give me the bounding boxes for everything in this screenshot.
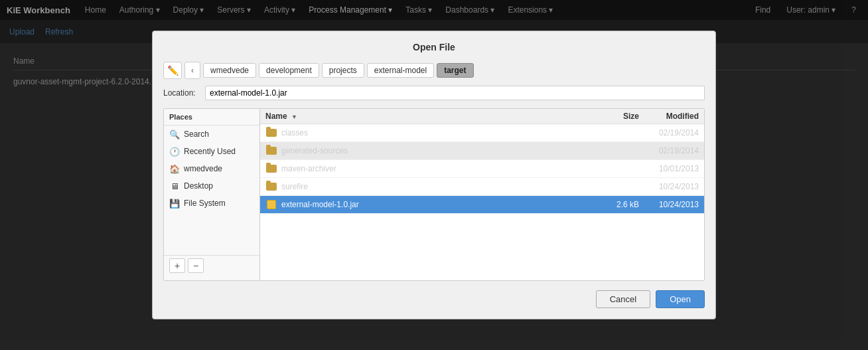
- filesystem-icon: 💾: [169, 198, 180, 209]
- breadcrumb-wmedvede[interactable]: wmedvede: [203, 63, 256, 78]
- places-recently-used[interactable]: 🕐 Recently Used: [164, 143, 259, 160]
- places-title: Places: [164, 109, 259, 126]
- file-name-external-model-jar: external-model-1.0.jar: [281, 200, 599, 209]
- breadcrumb-development[interactable]: development: [259, 63, 319, 78]
- open-button[interactable]: Open: [656, 290, 705, 308]
- breadcrumb-target[interactable]: target: [437, 63, 473, 78]
- file-modified-maven-archiver: 10/01/2013: [639, 164, 699, 173]
- breadcrumb-bar: ✏️ ‹ wmedvede development projects exter…: [163, 62, 705, 79]
- location-input[interactable]: [205, 86, 705, 100]
- search-icon: 🔍: [169, 129, 180, 139]
- folder-icon-3: [265, 163, 277, 175]
- file-browser: Places 🔍 Search 🕐 Recently Used 🏠 wmedve…: [163, 108, 705, 281]
- file-row-classes[interactable]: classes 02/19/2014: [260, 124, 704, 142]
- files-header: Name ▼ Size Modified: [260, 109, 704, 124]
- places-search-label: Search: [184, 130, 209, 139]
- file-row-surefire[interactable]: surefire 10/24/2013: [260, 178, 704, 196]
- file-row-maven-archiver[interactable]: maven-archiver 10/01/2013: [260, 160, 704, 178]
- places-filesystem-label: File System: [184, 199, 226, 208]
- location-label: Location:: [163, 88, 200, 98]
- files-col-modified[interactable]: Modified: [639, 112, 699, 121]
- home-icon: 🏠: [169, 163, 180, 174]
- places-desktop[interactable]: 🖥 Desktop: [164, 177, 259, 195]
- places-search[interactable]: 🔍 Search: [164, 126, 259, 143]
- file-modified-generated-sources: 02/19/2014: [639, 146, 699, 155]
- places-add-button[interactable]: +: [169, 258, 185, 273]
- files-col-size[interactable]: Size: [599, 112, 639, 121]
- breadcrumb-projects[interactable]: projects: [322, 63, 364, 78]
- files-panel: Name ▼ Size Modified classes 02/19/2014: [260, 109, 704, 280]
- files-col-name[interactable]: Name ▼: [265, 112, 599, 121]
- places-footer: + −: [164, 255, 259, 276]
- places-desktop-label: Desktop: [184, 181, 213, 191]
- file-name-classes: classes: [281, 128, 599, 137]
- places-remove-button[interactable]: −: [188, 258, 204, 273]
- recently-used-icon: 🕐: [169, 146, 180, 157]
- file-name-generated-sources: generated-sources: [281, 146, 599, 155]
- file-modified-external-model-jar: 10/24/2013: [639, 200, 699, 209]
- file-name-surefire: surefire: [281, 182, 599, 191]
- breadcrumb-edit-button[interactable]: ✏️: [163, 62, 182, 79]
- modal-overlay: Open File ✏️ ‹ wmedvede development proj…: [0, 0, 868, 309]
- places-scroll: Places 🔍 Search 🕐 Recently Used 🏠 wmedve…: [164, 109, 259, 255]
- file-modified-classes: 02/19/2014: [639, 128, 699, 137]
- sort-arrow: ▼: [291, 114, 297, 120]
- folder-icon-4: [265, 181, 277, 193]
- dialog-title: Open File: [163, 42, 705, 52]
- file-row-external-model-jar[interactable]: external-model-1.0.jar 2.6 kB 10/24/2013: [260, 196, 704, 214]
- places-wmedvede[interactable]: 🏠 wmedvede: [164, 160, 259, 177]
- folder-icon: [265, 127, 277, 139]
- cancel-button[interactable]: Cancel: [596, 290, 650, 308]
- file-modified-surefire: 10/24/2013: [639, 182, 699, 191]
- places-wmedvede-label: wmedvede: [184, 164, 222, 173]
- places-filesystem[interactable]: 💾 File System: [164, 195, 259, 212]
- location-bar: Location:: [163, 86, 705, 100]
- open-file-dialog: Open File ✏️ ‹ wmedvede development proj…: [152, 31, 716, 309]
- dialog-footer: Cancel Open: [163, 290, 705, 308]
- jar-file-icon: [265, 199, 277, 211]
- breadcrumb-back-button[interactable]: ‹: [184, 62, 200, 79]
- breadcrumb-external-model[interactable]: external-model: [367, 63, 434, 78]
- desktop-icon: 🖥: [169, 181, 180, 191]
- folder-icon-2: [265, 145, 277, 157]
- places-recently-used-label: Recently Used: [184, 147, 236, 156]
- places-panel: Places 🔍 Search 🕐 Recently Used 🏠 wmedve…: [164, 109, 260, 280]
- file-row-generated-sources[interactable]: generated-sources 02/19/2014: [260, 142, 704, 160]
- file-name-maven-archiver: maven-archiver: [281, 164, 599, 173]
- file-size-external-model-jar: 2.6 kB: [599, 200, 639, 209]
